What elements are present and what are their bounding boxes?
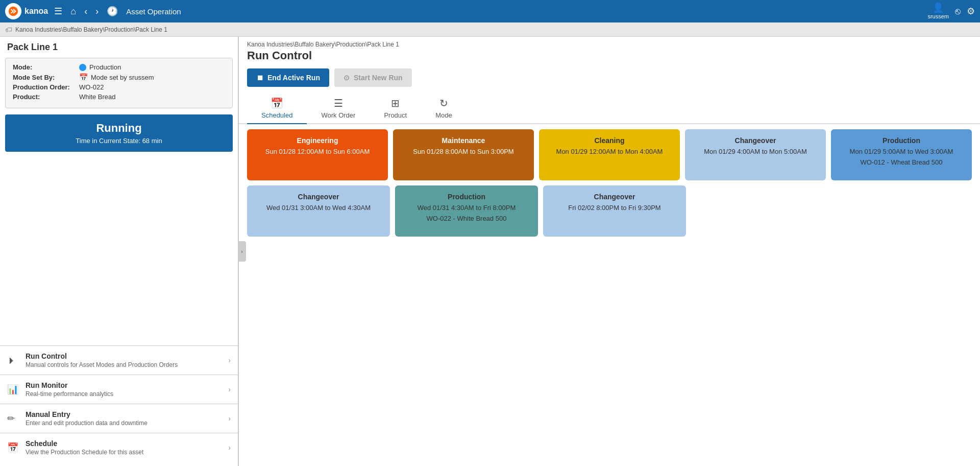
mode-set-by-text: Mode set by srussem — [91, 74, 154, 81]
breadcrumb-text: Kanoa Industries\Buffalo Bakery\Producti… — [15, 26, 167, 33]
card-cleaning[interactable]: Cleaning Mon 01/29 12:00AM to Mon 4:00AM — [539, 129, 680, 180]
run-monitor-subtitle: Real-time performance analytics — [26, 390, 222, 398]
end-active-run-button[interactable]: ⏹ End Active Run — [247, 68, 329, 87]
end-run-stop-icon: ⏹ — [256, 74, 263, 82]
breadcrumb-bar: 🏷 Kanoa Industries\Buffalo Bakery\Produc… — [0, 22, 980, 37]
schedule-arrow-icon: › — [228, 444, 231, 452]
card-changeover-3-title: Changeover — [549, 193, 680, 201]
card-production-2-time: Wed 01/31 4:30AM to Fri 8:00PM — [401, 204, 532, 212]
start-new-run-button[interactable]: ⊙ Start New Run — [334, 68, 412, 87]
card-production-2-title: Production — [401, 193, 532, 201]
tab-product-icon: ⊞ — [391, 97, 400, 109]
forward-button[interactable]: › — [93, 4, 101, 19]
product-row: Product: White Bread — [13, 93, 225, 101]
run-monitor-icon: 📊 — [7, 384, 19, 395]
mode-value: Production — [79, 63, 121, 71]
nav-right: 👤 srussem ⎋ ⚙ — [927, 2, 975, 20]
schedule-subtitle: View the Production Schedule for this as… — [26, 449, 222, 456]
right-title: Run Control — [239, 48, 980, 66]
production-order-row: Production Order: WO-022 — [13, 83, 225, 91]
card-engineering[interactable]: Engineering Sun 01/28 12:00AM to Sun 6:0… — [247, 129, 388, 180]
run-monitor-title: Run Monitor — [26, 381, 222, 389]
schedule-title: Schedule — [26, 439, 222, 448]
card-changeover-3[interactable]: Changeover Fri 02/02 8:00PM to Fri 9:30P… — [543, 185, 686, 237]
mode-label: Mode: — [13, 63, 79, 71]
status-subtitle: Time in Current State: 68 min — [10, 137, 228, 145]
end-run-label: End Active Run — [267, 74, 320, 82]
right-breadcrumb: Kanoa Industries\Buffalo Bakery\Producti… — [239, 37, 980, 48]
card-maintenance[interactable]: Maintenance Sun 01/28 8:00AM to Sun 3:00… — [393, 129, 534, 180]
run-monitor-arrow-icon: › — [228, 385, 231, 393]
card-changeover-2[interactable]: Changeover Wed 01/31 3:00AM to Wed 4:30A… — [247, 185, 390, 237]
tab-work-order[interactable]: ☰ Work Order — [307, 93, 370, 124]
logout-icon[interactable]: ⎋ — [955, 6, 961, 17]
start-run-circle-icon: ⊙ — [344, 74, 350, 82]
settings-icon[interactable]: ⚙ — [967, 6, 975, 17]
card-maintenance-title: Maintenance — [399, 136, 528, 145]
card-changeover-1-title: Changeover — [691, 136, 820, 145]
home-button[interactable]: ⌂ — [68, 4, 78, 19]
card-maintenance-time: Sun 01/28 8:00AM to Sun 3:00PM — [399, 148, 528, 155]
status-banner: Running Time in Current State: 68 min — [5, 114, 233, 152]
card-cleaning-time: Mon 01/29 12:00AM to Mon 4:00AM — [545, 148, 674, 155]
tab-scheduled-label: Scheduled — [261, 111, 292, 119]
card-changeover-2-time: Wed 01/31 3:00AM to Wed 4:30AM — [253, 204, 384, 212]
manual-entry-icon: ✏ — [7, 413, 19, 424]
schedule-row-1: Engineering Sun 01/28 12:00AM to Sun 6:0… — [239, 124, 980, 180]
card-production-2[interactable]: Production Wed 01/31 4:30AM to Fri 8:00P… — [395, 185, 538, 237]
nav-item-manual-entry[interactable]: ✏ Manual Entry Enter and edit production… — [0, 404, 238, 433]
user-icon[interactable]: 👤 — [933, 2, 944, 13]
card-changeover-3-time: Fri 02/02 8:00PM to Fri 9:30PM — [549, 204, 680, 212]
asset-title: Pack Line 1 — [0, 37, 238, 56]
production-order-label: Production Order: — [13, 83, 79, 91]
card-production-2-detail: WO-022 - White Bread 500 — [401, 215, 532, 222]
left-panel: Pack Line 1 Mode: Production Mode Set By… — [0, 37, 239, 466]
page-title: Asset Operation — [126, 7, 181, 16]
product-label: Product: — [13, 93, 79, 101]
tab-mode-label: Mode — [435, 111, 452, 119]
card-production-1-detail: WO-012 - Wheat Bread 500 — [837, 158, 966, 166]
tab-work-order-icon: ☰ — [334, 97, 343, 109]
schedule-row-2: Changeover Wed 01/31 3:00AM to Wed 4:30A… — [239, 180, 980, 242]
breadcrumb-icon: 🏷 — [5, 26, 12, 34]
tab-scheduled-icon: 📅 — [271, 97, 283, 109]
hamburger-button[interactable]: ☰ — [52, 4, 64, 19]
app-logo[interactable]: kanoa — [5, 3, 48, 19]
mode-set-by-row: Mode Set By: 📅 Mode set by srussem — [13, 73, 225, 81]
nav-item-run-control[interactable]: ⏵ Run Control Manual controls for Asset … — [0, 345, 238, 375]
run-monitor-text: Run Monitor Real-time performance analyt… — [26, 381, 222, 398]
mode-set-by-value: 📅 Mode set by srussem — [79, 73, 154, 81]
nav-item-schedule[interactable]: 📅 Schedule View the Production Schedule … — [0, 433, 238, 462]
tab-scheduled[interactable]: 📅 Scheduled — [247, 93, 307, 124]
calendar-icon: 📅 — [79, 73, 88, 81]
main-layout: Pack Line 1 Mode: Production Mode Set By… — [0, 37, 980, 466]
history-button[interactable]: 🕐 — [105, 4, 120, 19]
manual-entry-arrow-icon: › — [228, 414, 231, 423]
card-cleaning-title: Cleaning — [545, 136, 674, 145]
mode-text: Production — [89, 63, 121, 71]
card-engineering-time: Sun 01/28 12:00AM to Sun 6:00AM — [253, 148, 382, 155]
nav-item-run-monitor[interactable]: 📊 Run Monitor Real-time performance anal… — [0, 375, 238, 404]
schedule-text: Schedule View the Production Schedule fo… — [26, 439, 222, 456]
mode-indicator-dot — [79, 64, 86, 71]
tab-mode[interactable]: ↻ Mode — [421, 93, 467, 124]
product-value: White Bread — [79, 93, 116, 101]
asset-info-box: Mode: Production Mode Set By: 📅 Mode set… — [5, 58, 233, 108]
tab-mode-icon: ↻ — [439, 97, 448, 109]
card-changeover-1[interactable]: Changeover Mon 01/29 4:00AM to Mon 5:00A… — [685, 129, 826, 180]
logo-text: kanoa — [24, 7, 48, 16]
manual-entry-title: Manual Entry — [26, 410, 222, 418]
back-button[interactable]: ‹ — [82, 4, 89, 19]
card-production-1[interactable]: Production Mon 01/29 5:00AM to Wed 3:00A… — [831, 129, 972, 180]
collapse-handle[interactable]: › — [238, 241, 246, 262]
card-changeover-1-time: Mon 01/29 4:00AM to Mon 5:00AM — [691, 148, 820, 155]
user-label: srussem — [927, 13, 949, 20]
tab-product[interactable]: ⊞ Product — [370, 93, 421, 124]
card-production-1-time: Mon 01/29 5:00AM to Wed 3:00AM — [837, 148, 966, 155]
manual-entry-text: Manual Entry Enter and edit production d… — [26, 410, 222, 427]
action-bar: ⏹ End Active Run ⊙ Start New Run — [239, 66, 980, 93]
run-control-subtitle: Manual controls for Asset Modes and Prod… — [26, 361, 222, 368]
top-nav: kanoa ☰ ⌂ ‹ › 🕐 Asset Operation 👤 srusse… — [0, 0, 980, 22]
run-control-title: Run Control — [26, 352, 222, 360]
tab-work-order-label: Work Order — [321, 111, 355, 119]
